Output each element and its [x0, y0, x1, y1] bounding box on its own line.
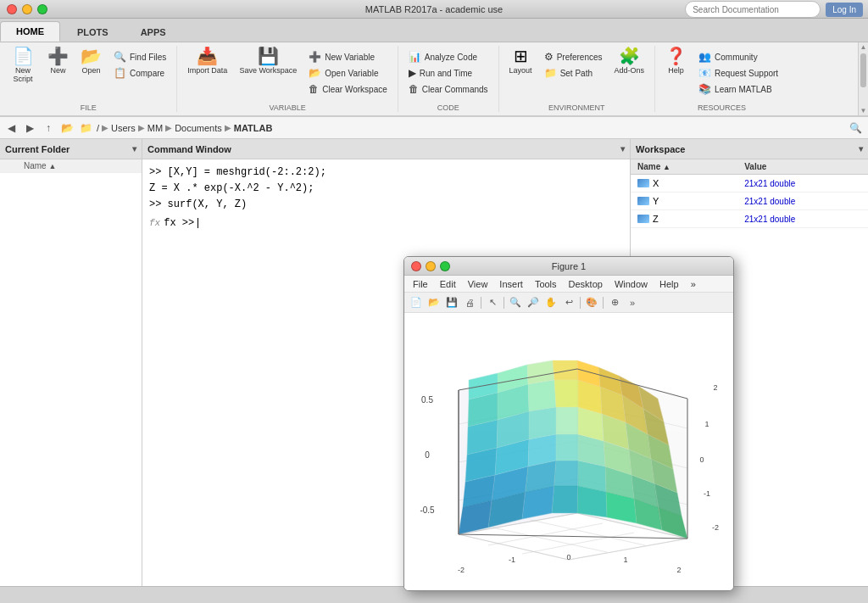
- z-axis-label-2: 2: [713, 383, 717, 392]
- cmd-cursor[interactable]: [198, 218, 198, 228]
- compare-button[interactable]: 📋 Compare: [108, 65, 171, 81]
- community-button[interactable]: 👥 Community: [693, 49, 783, 64]
- workspace-action[interactable]: ▾: [859, 144, 863, 154]
- current-folder-action[interactable]: ▾: [132, 144, 136, 154]
- save-workspace-label: Save Workspace: [239, 66, 297, 75]
- fig-tool-rotate[interactable]: ↩: [560, 295, 577, 310]
- new-script-button[interactable]: 📄 NewScript: [5, 46, 41, 85]
- new-variable-label: New Variable: [325, 53, 375, 62]
- fig-tool-sep3: [580, 297, 581, 309]
- up-folder-button[interactable]: ↑: [41, 120, 56, 136]
- ws-column-headers: Name ▲ Value: [631, 159, 868, 175]
- preferences-button[interactable]: ⚙ Preferences: [539, 49, 608, 64]
- ws-var-value: 21x21 double: [737, 195, 868, 208]
- fig-menu-tools[interactable]: Tools: [530, 278, 562, 290]
- import-data-label: Import Data: [187, 66, 227, 75]
- z-axis-label-m2: -2: [712, 523, 719, 532]
- open-button[interactable]: 📂 Open: [75, 46, 107, 76]
- maximize-button[interactable]: [37, 4, 47, 14]
- code-group-label: CODE: [437, 103, 459, 112]
- path-users[interactable]: Users: [111, 123, 136, 133]
- figure-toolbar: 📄 📂 💾 🖨 ↖ 🔍 🔎 ✋ ↩ 🎨 ⊕ »: [404, 293, 733, 313]
- fig-menu-help[interactable]: Help: [654, 278, 684, 290]
- figure-minimize-button[interactable]: [426, 261, 436, 271]
- environment-group-label: ENVIRONMENT: [548, 103, 605, 112]
- browse-button[interactable]: 📂: [59, 120, 75, 136]
- minimize-button[interactable]: [22, 4, 32, 14]
- new-script-icon: 📄: [13, 47, 34, 64]
- save-workspace-button[interactable]: 💾 Save Workspace: [234, 46, 302, 76]
- file-col-name[interactable]: Name ▲: [24, 161, 56, 170]
- ws-col-name: Name ▲: [631, 159, 737, 174]
- fig-menu-edit[interactable]: Edit: [435, 278, 461, 290]
- new-variable-button[interactable]: ➕ New Variable: [303, 49, 392, 64]
- back-button[interactable]: ◀: [3, 120, 19, 136]
- x-axis-label-0: 0: [566, 553, 570, 561]
- fig-tool-new[interactable]: 📄: [408, 295, 425, 310]
- new-button[interactable]: ➕ New: [42, 46, 74, 76]
- run-and-time-button[interactable]: ▶ Run and Time: [403, 65, 493, 81]
- command-window-header: Command Window ▾: [142, 139, 630, 159]
- compare-label: Compare: [130, 69, 164, 78]
- request-support-button[interactable]: 📧 Request Support: [693, 65, 783, 81]
- tab-plots[interactable]: PLOTS: [62, 23, 124, 42]
- layout-button[interactable]: ⊞ Layout: [504, 46, 537, 76]
- fig-tool-save[interactable]: 💾: [443, 295, 460, 310]
- fig-tool-pan[interactable]: ✋: [542, 295, 559, 310]
- fig-menu-view[interactable]: View: [463, 278, 493, 290]
- fig-menu-window[interactable]: Window: [609, 278, 653, 290]
- open-icon: 📂: [81, 47, 102, 64]
- import-data-button[interactable]: 📥 Import Data: [182, 46, 232, 76]
- add-ons-icon: 🧩: [619, 47, 640, 64]
- fig-tool-colormap[interactable]: 🎨: [583, 295, 600, 310]
- learn-matlab-button[interactable]: 📚 Learn MATLAB: [693, 81, 783, 97]
- fig-menu-more[interactable]: »: [686, 278, 701, 290]
- resources-group-label: RESOURCES: [698, 103, 746, 112]
- open-variable-button[interactable]: 📂 Open Variable: [303, 65, 392, 81]
- analyze-code-label: Analyze Code: [425, 53, 477, 62]
- new-icon: ➕: [47, 47, 69, 64]
- path-matlab[interactable]: MATLAB: [234, 123, 273, 133]
- command-window-action[interactable]: ▾: [620, 144, 625, 154]
- fig-menu-desktop[interactable]: Desktop: [564, 278, 608, 290]
- fig-menu-insert[interactable]: Insert: [494, 278, 528, 290]
- figure-close-button[interactable]: [411, 261, 421, 271]
- help-button[interactable]: ❓ Help: [660, 46, 692, 76]
- forward-button[interactable]: ▶: [22, 120, 37, 136]
- open-label: Open: [81, 66, 100, 75]
- ribbon-scrollbar[interactable]: ▲ ▼: [858, 42, 868, 115]
- fig-tool-zoom-out[interactable]: 🔎: [525, 295, 542, 310]
- workspace-title: Workspace: [636, 144, 686, 154]
- workspace-variable-row[interactable]: Y 21x21 double: [631, 193, 868, 210]
- cmd-line-2: Z = X .* exp(-X.^2 - Y.^2);: [149, 181, 623, 197]
- workspace-variable-row[interactable]: X 21x21 double: [631, 175, 868, 193]
- figure-1-window: Figure 1 File Edit View Insert Tools Des…: [403, 256, 734, 591]
- figure-maximize-button[interactable]: [440, 261, 450, 271]
- search-documentation-input[interactable]: [685, 1, 821, 18]
- address-search-button[interactable]: 🔍: [846, 120, 865, 136]
- path-root[interactable]: /: [97, 123, 99, 133]
- fig-tool-zoom-in[interactable]: 🔍: [507, 295, 524, 310]
- tab-home[interactable]: HOME: [0, 21, 60, 42]
- fig-menu-file[interactable]: File: [408, 278, 433, 290]
- clear-commands-button[interactable]: 🗑 Clear Commands: [403, 81, 493, 97]
- ribbon-tabs: HOME PLOTS APPS: [0, 19, 868, 42]
- tab-apps[interactable]: APPS: [125, 23, 181, 42]
- set-path-button[interactable]: 📁 Set Path: [539, 65, 608, 81]
- fig-tool-print[interactable]: 🖨: [461, 295, 478, 310]
- fig-tool-cursor[interactable]: ↖: [484, 295, 501, 310]
- analyze-code-button[interactable]: 📊 Analyze Code: [403, 49, 493, 64]
- add-ons-button[interactable]: 🧩 Add-Ons: [609, 46, 650, 76]
- path-mm[interactable]: MM: [147, 123, 163, 133]
- login-button[interactable]: Log In: [826, 3, 863, 17]
- request-support-label: Request Support: [715, 69, 778, 78]
- fig-tool-open[interactable]: 📂: [426, 295, 442, 310]
- fig-tool-more[interactable]: »: [624, 295, 641, 310]
- find-files-button[interactable]: 🔍 Find Files: [108, 49, 171, 64]
- path-documents[interactable]: Documents: [175, 123, 222, 133]
- file-column-header-row: Name ▲: [0, 159, 142, 173]
- fig-tool-datacursor[interactable]: ⊕: [606, 295, 623, 310]
- close-button[interactable]: [7, 4, 17, 14]
- workspace-variable-row[interactable]: Z 21x21 double: [631, 210, 868, 228]
- clear-workspace-button[interactable]: 🗑 Clear Workspace: [303, 81, 392, 97]
